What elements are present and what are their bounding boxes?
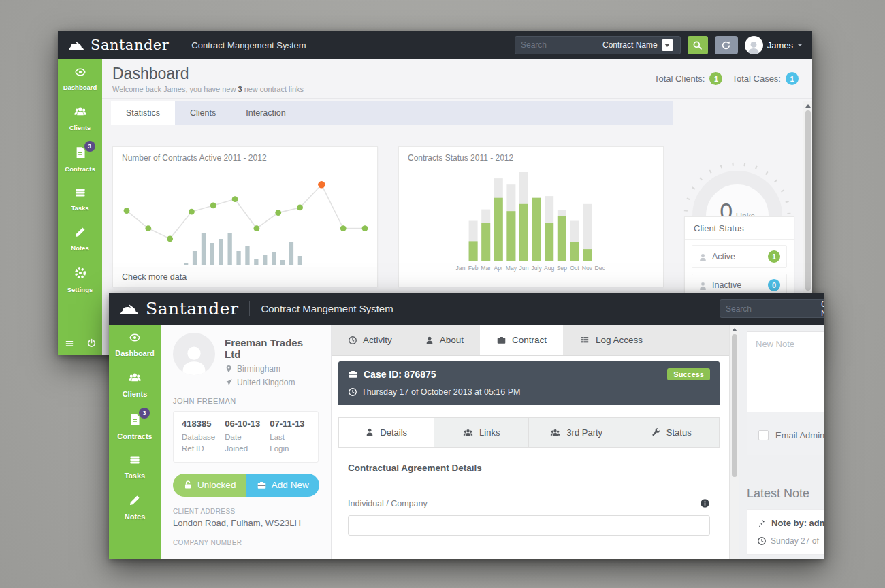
sidebar-item-settings[interactable]: Settings bbox=[58, 259, 102, 300]
tab-interaction[interactable]: Interaction bbox=[231, 101, 300, 125]
hamburger-menu-icon[interactable] bbox=[64, 339, 75, 348]
svg-text:Jun: Jun bbox=[519, 265, 529, 272]
user-menu[interactable]: James bbox=[745, 36, 803, 54]
contracts-active-chart-card: Number of Contracts Active 2011 - 2012 C… bbox=[112, 146, 378, 287]
add-new-button[interactable]: Add New bbox=[246, 474, 320, 497]
scroll-up-icon[interactable] bbox=[805, 104, 811, 108]
info-icon[interactable] bbox=[700, 498, 710, 508]
person-icon bbox=[698, 281, 707, 290]
svg-text:Oct: Oct bbox=[570, 265, 579, 272]
briefcase-icon bbox=[348, 370, 358, 379]
eye-icon bbox=[73, 67, 88, 78]
tab-status[interactable]: Status bbox=[624, 418, 720, 447]
scrollbar-thumb[interactable] bbox=[732, 334, 737, 477]
tab-contract[interactable]: Contract bbox=[480, 325, 563, 355]
new-note-panel: Email Admin bbox=[747, 331, 824, 455]
person-icon bbox=[698, 252, 707, 261]
sidebar-item-contracts[interactable]: 3 Contracts bbox=[109, 405, 161, 447]
latest-note-title: Latest Note bbox=[747, 487, 824, 501]
welcome-message: Welcome back James, you have new 3 new c… bbox=[112, 85, 304, 93]
field-label-individual-company: Individual / Company bbox=[348, 499, 428, 508]
briefcase-icon bbox=[496, 336, 506, 345]
stat-date-joined: 06-10-13 DateJoined bbox=[225, 419, 260, 455]
email-admin-checkbox[interactable] bbox=[758, 430, 769, 440]
tab-activity[interactable]: Activity bbox=[332, 325, 408, 355]
scroll-up-icon[interactable] bbox=[732, 328, 737, 331]
notes-column: Email Admin Latest Note Note by: adm Sun… bbox=[747, 325, 824, 559]
brand-name: Santander bbox=[91, 37, 169, 53]
svg-text:Sep: Sep bbox=[557, 265, 568, 272]
sidebar-item-clients[interactable]: Clients bbox=[58, 98, 102, 138]
tasks-icon bbox=[74, 187, 87, 198]
stat-database-ref: 418385 DatabaseRef ID bbox=[182, 419, 215, 455]
client-avatar bbox=[173, 333, 215, 375]
users-icon bbox=[462, 428, 474, 438]
refresh-button[interactable] bbox=[715, 36, 738, 54]
search-input[interactable] bbox=[726, 304, 814, 314]
client-tabs: Activity About Contract Log Access bbox=[332, 325, 739, 356]
email-admin-label: Email Admin bbox=[775, 430, 824, 440]
person-icon bbox=[745, 39, 762, 54]
contracts-count-badge: 3 bbox=[84, 141, 95, 152]
svg-text:Nov: Nov bbox=[582, 265, 593, 272]
sidebar-item-notes[interactable]: Notes bbox=[58, 218, 102, 259]
sidebar-item-tasks[interactable]: Tasks bbox=[58, 180, 102, 218]
sidebar-item-notes[interactable]: Notes bbox=[109, 487, 161, 527]
search-input[interactable] bbox=[521, 40, 596, 50]
client-profile-panel: Freeman Trades Ltd Birmingham United Kin… bbox=[161, 325, 332, 559]
sidebar-item-dashboard[interactable]: Dashboard bbox=[109, 325, 161, 364]
scrollbar-thumb[interactable] bbox=[805, 110, 811, 291]
client-status-title: Client Status bbox=[685, 217, 794, 240]
chart-title: Contracts Status 2011 - 2012 bbox=[399, 147, 663, 169]
vertical-scrollbar[interactable] bbox=[729, 325, 739, 559]
svg-text:July: July bbox=[531, 265, 542, 272]
tab-details[interactable]: Details bbox=[339, 418, 434, 447]
contracts-status-chart-card: Contracts Status 2011 - 2012 JanFebMarAp… bbox=[398, 146, 664, 287]
power-icon[interactable] bbox=[86, 338, 97, 348]
check-more-data-link[interactable]: Check more data bbox=[113, 267, 377, 287]
flame-icon bbox=[67, 37, 85, 52]
sidebar-item-tasks[interactable]: Tasks bbox=[109, 447, 161, 487]
clock-icon bbox=[348, 387, 357, 397]
search-box: Contract Name bbox=[515, 36, 681, 54]
client-address-label: CLIENT ADDRESS bbox=[173, 508, 319, 515]
divider bbox=[180, 37, 180, 52]
inactive-count-badge: 0 bbox=[768, 279, 780, 291]
front-topbar: Santander Contract Mangement System Cont… bbox=[109, 293, 824, 325]
svg-text:Aug: Aug bbox=[544, 265, 555, 272]
clock-icon bbox=[348, 336, 357, 345]
individual-company-input[interactable] bbox=[348, 515, 710, 536]
svg-text:Apr: Apr bbox=[494, 265, 504, 272]
user-name: James bbox=[767, 40, 793, 50]
line-chart bbox=[113, 169, 377, 267]
search-filter-select[interactable]: Contract Name bbox=[596, 39, 675, 51]
list-icon bbox=[579, 336, 590, 344]
sidebar-item-dashboard[interactable]: Dashboard bbox=[58, 59, 102, 98]
avatar bbox=[745, 36, 763, 54]
total-cases: Total Cases: 1 bbox=[732, 72, 799, 85]
search-filter-select[interactable]: Contract Name bbox=[814, 299, 824, 318]
santander-logo: Santander bbox=[67, 37, 169, 53]
sidebar-item-contracts[interactable]: 3 Contracts bbox=[58, 138, 102, 180]
tab-about[interactable]: About bbox=[408, 325, 480, 355]
app-title: Contract Mangement System bbox=[191, 40, 306, 50]
tab-statistics[interactable]: Statistics bbox=[111, 101, 175, 125]
sidebar-item-clients[interactable]: Clients bbox=[109, 364, 161, 405]
note-item[interactable]: Note by: adm Sunday 27 of bbox=[747, 509, 824, 555]
search-icon bbox=[692, 40, 703, 50]
unlock-icon bbox=[183, 480, 193, 490]
clock-icon bbox=[757, 536, 767, 546]
status-row-active[interactable]: Active 1 bbox=[692, 245, 787, 268]
success-badge: Success bbox=[667, 368, 710, 380]
svg-text:Jan: Jan bbox=[456, 265, 466, 272]
tab-clients[interactable]: Clients bbox=[175, 101, 231, 125]
unlocked-button[interactable]: Unlocked bbox=[173, 474, 246, 497]
svg-text:May: May bbox=[506, 265, 517, 272]
tab-links[interactable]: Links bbox=[434, 418, 530, 447]
wrench-icon bbox=[651, 428, 661, 438]
tab-log-access[interactable]: Log Access bbox=[563, 325, 659, 355]
new-note-textarea[interactable] bbox=[747, 332, 824, 412]
search-button[interactable] bbox=[688, 36, 708, 54]
client-content: Freeman Trades Ltd Birmingham United Kin… bbox=[161, 325, 824, 559]
tab-3rd-party[interactable]: 3rd Party bbox=[529, 418, 624, 447]
